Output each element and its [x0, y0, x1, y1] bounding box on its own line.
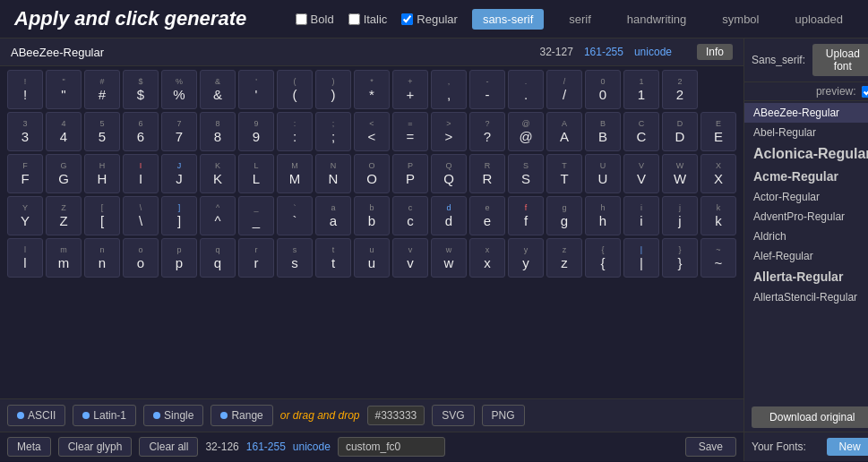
key-cell[interactable]: EE [700, 112, 736, 151]
key-cell[interactable]: 66 [123, 112, 159, 151]
key-cell[interactable]: BB [585, 112, 621, 151]
key-cell[interactable]: ]] [161, 196, 197, 235]
key-cell[interactable]: ff [508, 196, 544, 235]
key-cell[interactable]: CC [623, 112, 659, 151]
key-cell[interactable]: cc [392, 196, 428, 235]
key-cell[interactable]: [[ [84, 196, 120, 235]
tab-uploaded[interactable]: uploaded [785, 9, 855, 30]
key-cell[interactable]: @@ [508, 112, 544, 151]
key-cell[interactable]: nn [84, 238, 120, 278]
bold-checkbox[interactable] [296, 13, 307, 25]
key-cell[interactable]: ## [84, 70, 120, 109]
svg-button[interactable]: SVG [432, 405, 474, 426]
key-cell[interactable]: pp [161, 238, 197, 278]
key-cell[interactable]: ss [277, 238, 313, 278]
key-cell[interactable]: .. [508, 70, 544, 109]
clear-glyph-button[interactable]: Clear glyph [58, 437, 133, 457]
key-cell[interactable]: >> [431, 112, 467, 151]
key-cell[interactable]: mm [46, 238, 82, 278]
key-cell[interactable]: XX [700, 154, 736, 193]
key-cell[interactable]: MM [277, 154, 313, 193]
key-cell[interactable]: // [546, 70, 582, 109]
key-cell[interactable]: hh [585, 196, 621, 235]
key-cell[interactable]: __ [238, 196, 274, 235]
key-cell[interactable]: || [623, 238, 659, 278]
key-cell[interactable]: NN [315, 154, 351, 193]
key-cell[interactable]: PP [392, 154, 428, 193]
key-cell[interactable]: 11 [623, 70, 659, 109]
italic-checkbox[interactable] [348, 13, 360, 25]
key-cell[interactable]: )) [315, 70, 351, 109]
key-cell[interactable]: yy [508, 238, 544, 278]
key-cell[interactable]: RR [469, 154, 505, 193]
key-cell[interactable]: :: [277, 112, 313, 151]
key-cell[interactable]: TT [546, 154, 582, 193]
key-cell[interactable]: (( [277, 70, 313, 109]
key-cell[interactable]: rr [238, 238, 274, 278]
key-cell[interactable]: ZZ [46, 196, 82, 235]
key-cell[interactable]: 99 [238, 112, 274, 151]
status-unicode-link[interactable]: unicode [293, 441, 331, 453]
key-cell[interactable]: `` [277, 196, 313, 235]
key-cell[interactable]: %% [161, 70, 197, 109]
tab-sans-serif[interactable]: sans-serif [472, 9, 544, 30]
key-cell[interactable]: aa [315, 196, 351, 235]
key-cell[interactable]: ii [623, 196, 659, 235]
key-cell[interactable]: GG [46, 154, 82, 193]
key-cell[interactable]: QQ [431, 154, 467, 193]
key-cell[interactable]: \\ [123, 196, 159, 235]
clear-all-button[interactable]: Clear all [139, 437, 198, 457]
key-cell[interactable]: kk [700, 196, 736, 235]
key-cell[interactable]: ** [354, 70, 390, 109]
font-list-item[interactable]: Aldrich [744, 227, 868, 246]
key-cell[interactable]: tt [315, 238, 351, 278]
png-button[interactable]: PNG [482, 405, 525, 426]
key-cell[interactable]: qq [200, 238, 236, 278]
key-cell[interactable]: 33 [7, 112, 43, 151]
key-cell[interactable]: !! [7, 70, 43, 109]
single-button[interactable]: Single [143, 405, 203, 426]
bold-option[interactable]: Bold [296, 13, 334, 26]
key-cell[interactable]: 55 [84, 112, 120, 151]
key-cell[interactable]: VV [623, 154, 659, 193]
ascii-button[interactable]: ASCII [7, 405, 65, 426]
key-cell[interactable]: << [354, 112, 390, 151]
key-cell[interactable]: HH [84, 154, 120, 193]
key-cell[interactable]: 22 [662, 70, 698, 109]
key-cell[interactable]: UU [585, 154, 621, 193]
key-cell[interactable]: gg [546, 196, 582, 235]
preview-checkbox[interactable] [862, 86, 868, 98]
key-cell[interactable]: vv [392, 238, 428, 278]
key-cell[interactable]: ll [7, 238, 43, 278]
new-font-button[interactable]: New [827, 438, 868, 456]
meta-button[interactable]: Meta [7, 437, 51, 457]
font-list-item[interactable]: Alef-Regular [744, 246, 868, 266]
key-cell[interactable]: dd [431, 196, 467, 235]
font-list-item[interactable]: Acme-Regular [744, 166, 868, 187]
key-cell[interactable]: YY [7, 196, 43, 235]
status-range2-link[interactable]: 161-255 [246, 441, 286, 453]
key-cell[interactable]: 00 [585, 70, 621, 109]
key-cell[interactable]: && [200, 70, 236, 109]
key-cell[interactable]: oo [123, 238, 159, 278]
key-cell[interactable]: ~~ [700, 238, 736, 278]
key-cell[interactable]: == [392, 112, 428, 151]
regular-checkbox[interactable] [401, 13, 413, 25]
italic-option[interactable]: Italic [348, 13, 388, 26]
latin-button[interactable]: Latin-1 [73, 405, 136, 426]
tab-serif[interactable]: serif [558, 9, 602, 30]
key-cell[interactable]: -- [469, 70, 505, 109]
key-cell[interactable]: ww [431, 238, 467, 278]
key-cell[interactable]: WW [662, 154, 698, 193]
key-cell[interactable]: }} [662, 238, 698, 278]
tab-symbol[interactable]: symbol [711, 9, 769, 30]
font-list-item[interactable]: Allerta-Regular [744, 266, 868, 287]
key-cell[interactable]: JJ [161, 154, 197, 193]
key-cell[interactable]: ++ [392, 70, 428, 109]
key-cell[interactable]: KK [200, 154, 236, 193]
key-cell[interactable]: '' [238, 70, 274, 109]
save-button[interactable]: Save [685, 437, 736, 457]
key-cell[interactable]: {{ [585, 238, 621, 278]
download-original-button[interactable]: Download original [752, 406, 868, 428]
key-cell[interactable]: ;; [315, 112, 351, 151]
